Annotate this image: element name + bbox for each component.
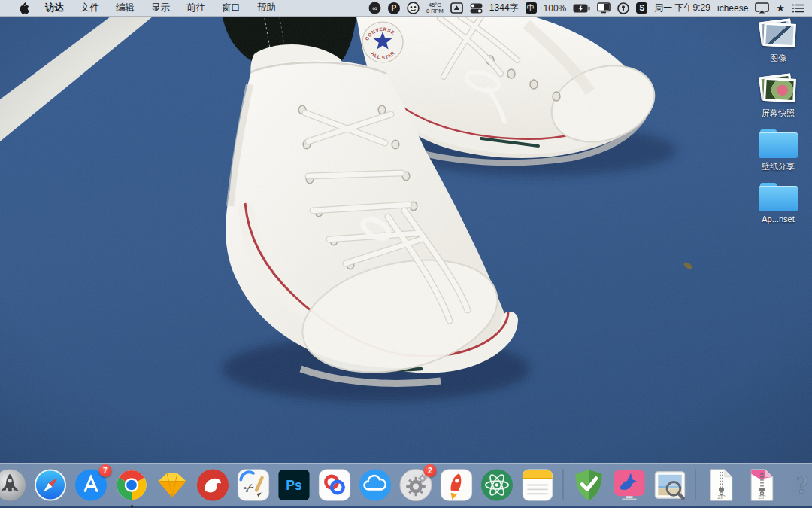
desktop-icon-label: 屏幕快照: [762, 108, 795, 119]
atom-icon: [480, 467, 515, 503]
dock-weiyun-cloud[interactable]: [358, 467, 393, 503]
menu-finder[interactable]: 访达: [37, 0, 72, 16]
dock-missing-app[interactable]: ?: [785, 467, 812, 503]
desktop-icon-label: Ap...nset: [762, 214, 794, 224]
ps-label: Ps: [286, 478, 302, 493]
fan-rpm-value: 0 RPM: [426, 8, 444, 14]
menu-window[interactable]: 窗口: [214, 0, 249, 16]
red-dog-icon: [195, 467, 231, 503]
dock-launchpad[interactable]: [0, 467, 28, 503]
dock-clipper-app[interactable]: ✂: [236, 467, 271, 503]
desktop-icon-apnset[interactable]: Ap...nset: [746, 183, 810, 224]
s-app-icon[interactable]: S: [636, 0, 647, 16]
dock-rocket-app[interactable]: [439, 467, 474, 503]
star-icon[interactable]: ★: [776, 0, 785, 16]
safari-compass-icon: [33, 467, 68, 503]
menu-help[interactable]: 帮助: [249, 0, 284, 16]
cloud-icon: [358, 467, 393, 503]
pink-bird-icon: [612, 467, 647, 503]
system-preferences-badge: 2: [424, 464, 437, 477]
display-icon[interactable]: [597, 0, 611, 16]
wallpaper-photo: CONVERSE ALL STAR: [0, 17, 812, 508]
dock-system-preferences[interactable]: 2: [398, 467, 434, 503]
zip-label: ZIP: [718, 494, 726, 500]
battery-percent: 100%: [544, 0, 567, 16]
dock-safari[interactable]: [33, 467, 68, 503]
menu-view[interactable]: 显示: [143, 0, 178, 16]
dock-notes[interactable]: [520, 467, 556, 503]
svg-text:∞: ∞: [372, 5, 377, 12]
photo-stack-icon: [759, 20, 797, 50]
folder-icon: [759, 183, 798, 211]
battery-charging-icon[interactable]: [573, 0, 590, 16]
photoshop-icon: Ps: [277, 467, 312, 503]
launchpad-rocket-icon: [0, 467, 28, 503]
dock-baidu-netdisk[interactable]: [317, 467, 353, 503]
zip-file-pink-icon: ZIP: [744, 467, 780, 503]
dock-red-dog-app[interactable]: [195, 467, 231, 503]
notes-icon: [520, 467, 556, 503]
shield-check-icon: [571, 467, 607, 503]
apple-icon: [19, 2, 29, 14]
dock-zip-archive[interactable]: ZIP: [704, 467, 739, 503]
menu-bar-status: ∞ P 45°C0 RPM 1344字 中 100% S 周一 下午9:29 i…: [368, 0, 812, 16]
apple-menu[interactable]: [11, 0, 37, 16]
screen-mirroring-icon[interactable]: [755, 0, 769, 16]
folder-icon: [759, 129, 798, 158]
menu-bar-left: 访达 文件 编辑 显示 前往 窗口 帮助: [0, 0, 284, 16]
running-indicator: [130, 505, 133, 508]
dock-divider: [695, 469, 696, 500]
app-store-badge: 7: [99, 464, 112, 477]
list-icon[interactable]: [792, 0, 804, 16]
temp-fan-stats[interactable]: 45°C0 RPM: [426, 0, 444, 16]
rocket-icon: [439, 467, 474, 503]
user-switcher[interactable]: icheese: [717, 0, 748, 16]
dock-adguard[interactable]: [571, 467, 607, 503]
desktop-icon-screenshots[interactable]: 屏幕快照: [746, 75, 810, 119]
dock-sketch[interactable]: [155, 467, 190, 503]
p-circle-icon[interactable]: P: [388, 0, 400, 16]
photo-stack-icon: [759, 75, 797, 105]
eject-display-icon[interactable]: [450, 0, 463, 16]
dock-zip-archive-pink[interactable]: ZIP: [744, 467, 780, 503]
dock-preview[interactable]: [653, 467, 688, 503]
baidu-netdisk-icon: [317, 467, 353, 503]
word-count[interactable]: 1344字: [489, 0, 519, 16]
dock-pink-bird-app[interactable]: [612, 467, 647, 503]
input-method-icon[interactable]: 中: [526, 0, 537, 16]
dock-atom-app[interactable]: [480, 467, 515, 503]
menu-bar: 访达 文件 编辑 显示 前往 窗口 帮助 ∞ P 45°C0 RPM 1344字…: [0, 0, 812, 17]
dock-chrome[interactable]: [114, 467, 150, 503]
keyhole-circle-icon[interactable]: [617, 0, 629, 16]
toggles-icon[interactable]: [470, 0, 483, 16]
sketch-diamond-icon: [155, 467, 190, 503]
menu-bar-clock[interactable]: 周一 下午9:29: [654, 0, 710, 16]
desktop-icon-wallpaper-share[interactable]: 壁纸分享: [746, 129, 810, 172]
preview-loupe-icon: [653, 467, 688, 503]
clipper-scissors-icon: ✂: [236, 467, 271, 503]
desktop-wallpaper: CONVERSE ALL STAR: [0, 17, 812, 508]
desktop-icon-label: 图像: [770, 53, 786, 64]
menu-file[interactable]: 文件: [72, 0, 108, 16]
question-glyph: ?: [795, 470, 809, 500]
question-mark-icon: ?: [785, 467, 812, 503]
zip-label: ZIP: [759, 494, 766, 500]
menu-edit[interactable]: 编辑: [108, 0, 143, 16]
chrome-icon: [114, 467, 150, 503]
desktop-icon-column: 图像 屏幕快照 壁纸分享 Ap...nset: [746, 20, 810, 224]
dock-photoshop[interactable]: Ps: [277, 467, 312, 503]
dock-divider: [563, 469, 564, 500]
dock: 7 ✂: [0, 463, 812, 506]
zip-file-icon: ZIP: [704, 467, 739, 503]
menu-go[interactable]: 前往: [178, 0, 214, 16]
dock-app-store[interactable]: 7: [74, 467, 109, 503]
creative-cloud-icon[interactable]: ∞: [368, 0, 381, 16]
desktop-icon-label: 壁纸分享: [762, 161, 795, 172]
desktop-icon-images[interactable]: 图像: [746, 20, 810, 64]
face-icon[interactable]: [407, 0, 420, 16]
